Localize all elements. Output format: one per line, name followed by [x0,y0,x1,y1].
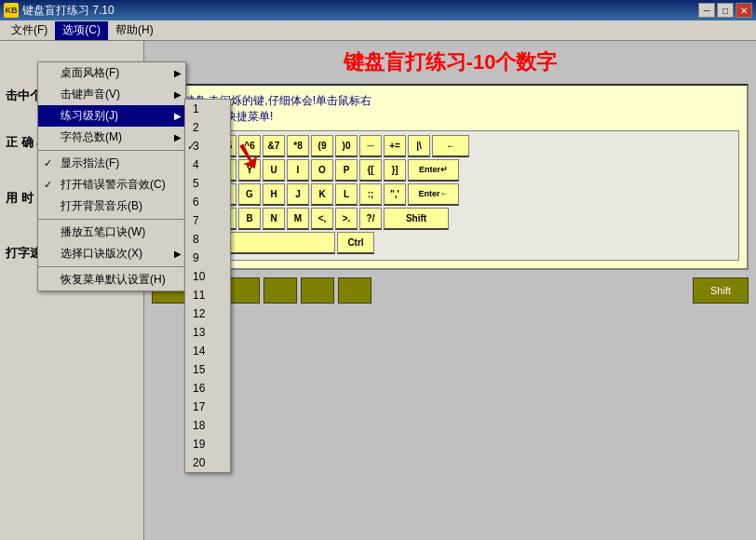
options-dropdown: 桌面风格(F) ▶ 击键声音(V) ▶ 练习级别(J) ▶ 字符总数(M) ▶ … [37,61,186,291]
show-fingering-check: ✓ [44,157,52,169]
key-row-top: E R T Y U I O P {[ }] Enter↵ [166,159,735,182]
level-3-check: ✓ [187,141,196,153]
key-7[interactable]: &7 [263,135,285,157]
level-11-label: 11 [193,289,205,302]
level-10-label: 10 [193,270,205,283]
desktop-style-label: 桌面风格(F) [61,65,119,81]
wubi-label: 播放五笔口诀(W) [61,224,145,240]
char-count-label: 字符总数(M) [61,129,122,145]
level-13-label: 13 [193,326,205,339]
level-18[interactable]: 18 [185,416,230,435]
key-comma[interactable]: <, [311,208,333,230]
level-4[interactable]: 4 [185,155,230,174]
bottom-key-5[interactable] [301,277,334,304]
wubi-item[interactable]: 播放五笔口诀(W) [38,222,185,243]
key-enter[interactable]: Enter← [408,183,459,206]
key-shift-r[interactable]: Shift [384,208,449,230]
level-9-label: 9 [193,251,199,264]
maximize-button[interactable]: □ [717,3,734,18]
close-button[interactable]: ✕ [736,3,752,18]
restore-default-item[interactable]: 恢复菜单默认设置(H) [38,269,185,290]
level-13[interactable]: 13 [185,323,230,342]
key-o[interactable]: O [311,159,333,182]
key-period[interactable]: >. [335,208,358,230]
key-bracket-l[interactable]: {[ [359,159,382,182]
right-panel: 键盘盲打练习-10个数字 请看键盘,击闪烁的键,仔细体会!单击鼠标右+A 键,可… [144,41,756,540]
level-19[interactable]: 19 [185,435,230,453]
key-minus[interactable]: ─ [359,135,382,157]
key-6[interactable]: ^6 [238,135,261,157]
level-14[interactable]: 14 [185,342,230,360]
level-7[interactable]: 7 [185,211,230,230]
bottom-key-4[interactable] [263,277,297,304]
key-8[interactable]: *8 [287,135,309,157]
key-sound-item[interactable]: 击键声音(V) ▶ [38,84,185,105]
level-10[interactable]: 10 [185,267,230,286]
key-plus[interactable]: += [384,135,406,157]
level-16[interactable]: 16 [185,379,230,398]
key-n[interactable]: N [263,208,285,230]
show-fingering-item[interactable]: ✓ 显示指法(F) [38,153,185,174]
key-p[interactable]: P [335,159,358,182]
level-6[interactable]: 6 [185,193,230,211]
title-bar-left: KB 键盘盲打练习 7.10 [4,3,115,19]
level-8-label: 8 [193,233,199,246]
key-9[interactable]: (9 [311,135,333,157]
desktop-style-item[interactable]: 桌面风格(F) ▶ [38,62,185,84]
key-b[interactable]: B [238,208,261,230]
bottom-key-3[interactable] [226,277,260,304]
bottom-keys-bar: Shift [144,274,756,307]
window-content: 击中个数： 0 个 正 确 率： 0 % 用 时： 00分54秒9 打字速度： … [0,41,756,540]
key-m[interactable]: M [287,208,309,230]
error-sound-item[interactable]: ✓ 打开错误警示音效(C) [38,174,185,196]
separator-1 [38,150,185,151]
key-row-bottom: X C V B N M <, >. ?/ Shift [166,208,735,230]
options-menu-item[interactable]: 选项(C) [55,21,108,40]
minimize-button[interactable]: ─ [698,3,715,18]
practice-level-item[interactable]: 练习级别(J) ▶ [38,105,185,127]
level-5-label: 5 [193,177,199,190]
select-version-item[interactable]: 选择口诀版次(X) ▶ [38,243,185,264]
key-bracket-r[interactable]: }] [384,159,406,182]
level-11[interactable]: 11 [185,286,230,304]
key-backspace[interactable]: ← [432,135,469,157]
error-sound-label: 打开错误警示音效(C) [61,177,166,193]
char-count-item[interactable]: 字符总数(M) ▶ [38,127,185,148]
key-y[interactable]: Y [238,159,261,182]
level-3[interactable]: ✓3 [185,137,230,155]
level-9[interactable]: 9 [185,249,230,267]
level-8[interactable]: 8 [185,230,230,249]
key-pipe[interactable]: |\ [408,135,430,157]
separator-2 [38,219,185,220]
key-quote[interactable]: ",' [384,183,406,206]
key-i[interactable]: I [287,159,309,182]
key-k[interactable]: K [311,183,333,206]
level-5[interactable]: 5 [185,174,230,193]
key-g[interactable]: G [238,183,261,206]
level-2[interactable]: 2 [185,118,230,137]
key-l[interactable]: L [335,183,358,206]
key-j[interactable]: J [287,183,309,206]
level-15[interactable]: 15 [185,360,230,379]
file-menu-item[interactable]: 文件(F) [4,21,55,40]
bottom-key-6[interactable] [338,277,371,304]
key-u[interactable]: U [263,159,285,182]
key-slash[interactable]: ?/ [359,208,382,230]
help-menu-item[interactable]: 帮助(H) [108,21,161,40]
level-1[interactable]: 1 [185,100,230,118]
level-19-label: 19 [193,438,205,451]
practice-title: 键盘盲打练习-10个数字 [144,41,756,80]
bgm-label: 打开背景音乐(B) [61,198,142,214]
level-2-label: 2 [193,121,199,134]
level-17[interactable]: 17 [185,398,230,416]
key-ctrl[interactable]: Ctrl [337,232,374,254]
key-enter-top[interactable]: Enter↵ [408,159,459,182]
level-20[interactable]: 20 [185,453,230,472]
bottom-shift-key[interactable]: Shift [693,277,749,304]
level-4-label: 4 [193,158,199,171]
bgm-item[interactable]: 打开背景音乐(B) [38,196,185,217]
key-colon[interactable]: :; [359,183,382,206]
level-12[interactable]: 12 [185,304,230,323]
key-0[interactable]: )0 [335,135,358,157]
key-h[interactable]: H [263,183,285,206]
